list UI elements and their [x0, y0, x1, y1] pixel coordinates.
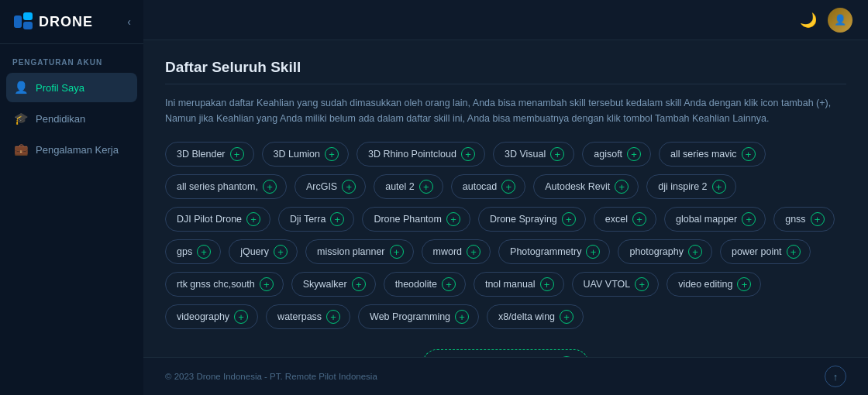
skill-tag[interactable]: autel 2 + — [374, 174, 443, 199]
skill-tag[interactable]: global mapper + — [664, 207, 766, 232]
skill-add-icon[interactable]: + — [632, 212, 646, 226]
add-skill-button[interactable]: Tambah Keahlian Lainnya + — [422, 349, 590, 357]
avatar[interactable]: 👤 — [828, 8, 852, 33]
skill-tag[interactable]: UAV VTOL + — [572, 272, 660, 297]
skill-label: all series mavic — [670, 149, 736, 160]
skill-add-icon[interactable]: + — [326, 310, 340, 324]
skill-label: autel 2 — [385, 181, 415, 192]
skill-label: Drone Phantom — [374, 214, 442, 225]
skill-tag[interactable]: Photogrammetry + — [498, 239, 610, 264]
skill-add-icon[interactable]: + — [550, 147, 564, 161]
skill-label: gps — [177, 246, 192, 257]
skill-add-icon[interactable]: + — [230, 147, 244, 161]
skill-add-icon[interactable]: + — [737, 277, 751, 291]
skill-tag[interactable]: 3D Visual + — [493, 142, 574, 167]
skill-tag[interactable]: theodolite + — [384, 272, 466, 297]
sidebar-item-pengalaman[interactable]: 💼 Pengalaman Kerja — [6, 135, 137, 164]
skill-add-icon[interactable]: + — [467, 245, 480, 259]
skill-tag[interactable]: dji inspire 2 + — [646, 174, 735, 199]
skill-add-icon[interactable]: + — [742, 147, 756, 161]
skill-add-icon[interactable]: + — [811, 212, 825, 226]
skill-add-icon[interactable]: + — [712, 180, 726, 194]
skill-tag[interactable]: power point + — [720, 239, 811, 264]
skill-label: waterpass — [277, 311, 322, 322]
skill-tag[interactable]: agisoft + — [582, 142, 651, 167]
skill-add-icon[interactable]: + — [419, 180, 433, 194]
skill-tag[interactable]: Drone Spraying + — [478, 207, 586, 232]
skill-label: Photogrammetry — [510, 246, 581, 257]
skill-add-icon[interactable]: + — [260, 277, 274, 291]
sidebar-collapse-button[interactable]: ‹ — [127, 15, 131, 28]
skill-add-icon[interactable]: + — [688, 245, 702, 259]
skill-tag[interactable]: all series mavic + — [659, 142, 765, 167]
skill-tag[interactable]: Web Programming + — [358, 304, 479, 329]
skill-add-icon[interactable]: + — [627, 147, 641, 161]
skill-add-icon[interactable]: + — [787, 245, 801, 259]
skill-add-icon[interactable]: + — [635, 277, 649, 291]
avatar-image: 👤 — [834, 14, 846, 26]
skill-add-icon[interactable]: + — [562, 212, 576, 226]
skill-tag[interactable]: jQuery + — [229, 239, 298, 264]
skill-tag[interactable]: Skywalker + — [291, 272, 376, 297]
skill-add-icon[interactable]: + — [461, 147, 475, 161]
skill-add-icon[interactable]: + — [586, 245, 600, 259]
svg-rect-1 — [23, 12, 33, 20]
skill-add-icon[interactable]: + — [342, 180, 356, 194]
drone-logo-icon — [12, 11, 34, 33]
skill-label: Drone Spraying — [490, 214, 557, 225]
skill-tag[interactable]: photography + — [618, 239, 712, 264]
skill-add-icon[interactable]: + — [246, 212, 260, 226]
skill-tag[interactable]: mission planner + — [305, 239, 414, 264]
skill-add-icon[interactable]: + — [442, 277, 456, 291]
skill-add-icon[interactable]: + — [501, 180, 515, 194]
skill-tag[interactable]: x8/delta wing + — [487, 304, 584, 329]
skill-tag[interactable]: all series phantom, + — [165, 174, 287, 199]
skill-tag[interactable]: Dji Terra + — [278, 207, 354, 232]
skill-tag[interactable]: 3D Rhino Pointcloud + — [356, 142, 485, 167]
skill-add-icon[interactable]: + — [742, 212, 756, 226]
skill-add-icon[interactable]: + — [274, 245, 288, 259]
skill-tag[interactable]: ArcGIS + — [294, 174, 366, 199]
skill-add-icon[interactable]: + — [234, 310, 248, 324]
skill-add-icon[interactable]: + — [352, 277, 366, 291]
skill-tag[interactable]: gps + — [165, 239, 221, 264]
skill-tag[interactable]: video editing + — [666, 272, 761, 297]
skill-label: 3D Blender — [177, 149, 226, 160]
skill-label: 3D Rhino Pointcloud — [368, 149, 456, 160]
pendidikan-icon: 🎓 — [14, 112, 28, 125]
skill-tag[interactable]: waterpass + — [266, 304, 350, 329]
skill-label: mission planner — [317, 246, 385, 257]
skill-tag[interactable]: gnss + — [773, 207, 834, 232]
skill-add-icon[interactable]: + — [330, 212, 344, 226]
skill-tag[interactable]: excel + — [594, 207, 656, 232]
skill-add-icon[interactable]: + — [560, 310, 574, 324]
skill-label: global mapper — [676, 214, 737, 225]
skill-tag[interactable]: DJI Pilot Drone + — [165, 207, 270, 232]
dark-mode-icon[interactable]: 🌙 — [800, 12, 817, 29]
skill-tag[interactable]: Drone Phantom + — [362, 207, 470, 232]
skill-add-icon[interactable]: + — [455, 310, 469, 324]
skill-add-icon[interactable]: + — [197, 245, 211, 259]
skill-tag[interactable]: tnol manual + — [474, 272, 564, 297]
skill-tag[interactable]: 3D Blender + — [165, 142, 254, 167]
skill-label: 3D Visual — [505, 149, 546, 160]
skill-tag[interactable]: 3D Lumion + — [262, 142, 349, 167]
skill-add-icon[interactable]: + — [540, 277, 554, 291]
skill-tag[interactable]: videography + — [165, 304, 258, 329]
scroll-top-button[interactable]: ↑ — [825, 366, 846, 387]
skill-add-icon[interactable]: + — [615, 180, 629, 194]
skill-tag[interactable]: autocad + — [451, 174, 525, 199]
skill-add-icon[interactable]: + — [390, 245, 404, 259]
skill-tag[interactable]: Autodesk Revit + — [533, 174, 639, 199]
skill-add-icon[interactable]: + — [325, 147, 339, 161]
sidebar-item-pendidikan[interactable]: 🎓 Pendidikan — [6, 104, 137, 133]
skill-add-icon[interactable]: + — [446, 212, 460, 226]
skill-label: autocad — [463, 181, 497, 192]
skill-tag[interactable]: mword + — [422, 239, 491, 264]
skill-label: UAV VTOL — [584, 279, 631, 290]
profil-icon: 👤 — [14, 81, 28, 94]
skill-label: gnss — [785, 214, 805, 225]
sidebar-item-profil[interactable]: 👤 Profil Saya — [6, 73, 137, 102]
skill-add-icon[interactable]: + — [263, 180, 277, 194]
skill-tag[interactable]: rtk gnss chc,south + — [165, 272, 284, 297]
